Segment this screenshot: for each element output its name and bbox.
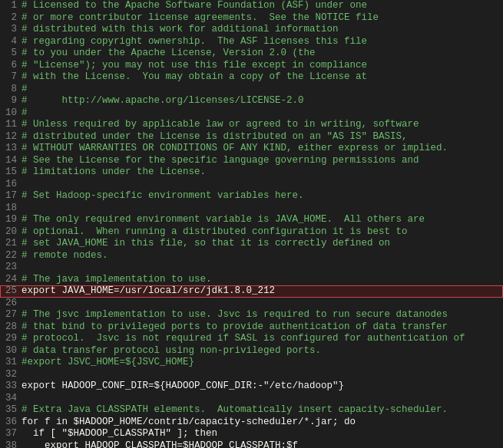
line-4: 4# regarding copyright ownership. The AS… — [0, 36, 503, 48]
line-number: 30 — [0, 345, 22, 357]
line-1: 1# Licensed to the Apache Software Found… — [0, 0, 503, 12]
line-number: 8 — [0, 84, 22, 96]
line-number: 5 — [0, 48, 22, 60]
line-number: 7 — [0, 71, 22, 84]
line-8: 8# — [0, 84, 503, 96]
line-number: 14 — [0, 155, 22, 167]
line-content: # — [22, 107, 503, 120]
line-content: # distributed under the License is distr… — [22, 131, 503, 143]
line-number: 31 — [0, 357, 22, 369]
line-6: 6# "License"); you may not use this file… — [0, 60, 503, 72]
line-number: 18 — [0, 203, 22, 215]
line-number: 12 — [0, 131, 22, 143]
line-number: 24 — [0, 274, 22, 286]
line-36: 36for f in $HADOOP_HOME/contrib/capacity… — [0, 417, 503, 429]
line-24: 24# The java implementation to use. — [0, 274, 503, 286]
line-number: 15 — [0, 166, 22, 179]
line-content: # Extra Java CLASSPATH elements. Automat… — [22, 404, 503, 417]
code-editor: 1# Licensed to the Apache Software Found… — [0, 0, 503, 448]
line-33: 33export HADOOP_CONF_DIR=${HADOOP_CONF_D… — [0, 380, 503, 393]
line-number: 38 — [0, 440, 22, 449]
line-number: 10 — [0, 107, 22, 120]
line-content: # or more contributor license agreements… — [22, 12, 503, 25]
line-27: 27# The jsvc implementation to use. Jsvc… — [0, 309, 503, 321]
line-number: 37 — [0, 428, 22, 440]
line-13: 13# WITHOUT WARRANTIES OR CONDITIONS OF … — [0, 143, 503, 155]
line-number: 16 — [0, 179, 22, 191]
line-29: 29# protocol. Jsvc is not required if SA… — [0, 333, 503, 345]
line-17: 17# Set Hadoop-specific environment vari… — [0, 190, 503, 203]
line-32: 32 — [0, 369, 503, 381]
line-23: 23 — [0, 262, 503, 274]
line-content: # — [22, 84, 503, 96]
line-11: 11# Unless required by applicable law or… — [0, 119, 503, 131]
line-38: 38 export HADOOP_CLASSPATH=$HADOOP_CLASS… — [0, 440, 503, 449]
line-content: # set JAVA_HOME in this file, so that it… — [22, 238, 503, 250]
line-number: 13 — [0, 143, 22, 155]
line-content: # The java implementation to use. — [22, 274, 503, 286]
line-number: 22 — [0, 250, 22, 262]
line-content: # data transfer protocol using non-privi… — [22, 345, 503, 357]
line-content — [22, 298, 503, 310]
line-28: 28# that bind to privileged ports to pro… — [0, 321, 503, 334]
line-number: 2 — [0, 12, 22, 25]
line-9: 9# http://www.apache.org/licenses/LICENS… — [0, 95, 503, 107]
line-10: 10# — [0, 107, 503, 120]
line-2: 2# or more contributor license agreement… — [0, 12, 503, 25]
line-12: 12# distributed under the License is dis… — [0, 131, 503, 143]
line-22: 22# remote nodes. — [0, 250, 503, 262]
line-37: 37 if [ "$HADOOP_CLASSPATH" ]; then — [0, 428, 503, 440]
line-3: 3# distributed with this work for additi… — [0, 24, 503, 36]
line-number: 36 — [0, 417, 22, 429]
line-number: 29 — [0, 333, 22, 345]
line-content — [22, 262, 503, 274]
line-number: 4 — [0, 36, 22, 48]
line-number: 20 — [0, 226, 22, 239]
line-content: # The jsvc implementation to use. Jsvc i… — [22, 309, 503, 321]
line-content: # WITHOUT WARRANTIES OR CONDITIONS OF AN… — [22, 143, 503, 155]
line-number: 33 — [0, 380, 22, 393]
line-content: # with the License. You may obtain a cop… — [22, 71, 503, 84]
line-number: 27 — [0, 309, 22, 321]
line-content: #export JSVC_HOME=${JSVC_HOME} — [22, 357, 503, 369]
line-18: 18 — [0, 203, 503, 215]
line-content: # distributed with this work for additio… — [22, 24, 503, 36]
line-number: 6 — [0, 60, 22, 72]
line-number: 25 — [0, 285, 22, 298]
line-content: if [ "$HADOOP_CLASSPATH" ]; then — [22, 428, 503, 440]
line-number: 34 — [0, 393, 22, 405]
line-content: # that bind to privileged ports to provi… — [22, 321, 503, 334]
line-16: 16 — [0, 179, 503, 191]
line-content: # Set Hadoop-specific environment variab… — [22, 190, 503, 203]
line-number: 21 — [0, 238, 22, 250]
line-number: 1 — [0, 0, 22, 12]
line-content: # "License"); you may not use this file … — [22, 60, 503, 72]
line-content — [22, 369, 503, 381]
line-content: # http://www.apache.org/licenses/LICENSE… — [22, 95, 503, 107]
line-content: # regarding copyright ownership. The ASF… — [22, 36, 503, 48]
line-35: 35# Extra Java CLASSPATH elements. Autom… — [0, 404, 503, 417]
line-number: 32 — [0, 369, 22, 381]
line-number: 23 — [0, 262, 22, 274]
code-content[interactable]: 1# Licensed to the Apache Software Found… — [0, 0, 503, 448]
line-number: 26 — [0, 298, 22, 310]
line-content: # to you under the Apache License, Versi… — [22, 48, 503, 60]
line-26: 26 — [0, 298, 503, 310]
line-30: 30# data transfer protocol using non-pri… — [0, 345, 503, 357]
line-5: 5# to you under the Apache License, Vers… — [0, 48, 503, 60]
line-content: # Licensed to the Apache Software Founda… — [22, 0, 503, 12]
line-content — [22, 393, 503, 405]
line-number: 35 — [0, 404, 22, 417]
line-25: 25export JAVA_HOME=/usr/local/src/jdk1.8… — [0, 285, 503, 298]
line-20: 20# optional. When running a distributed… — [0, 226, 503, 239]
line-content: # remote nodes. — [22, 250, 503, 262]
line-14: 14# See the License for the specific lan… — [0, 155, 503, 167]
line-number: 3 — [0, 24, 22, 36]
line-number: 17 — [0, 190, 22, 203]
line-34: 34 — [0, 393, 503, 405]
line-number: 9 — [0, 95, 22, 107]
line-number: 28 — [0, 321, 22, 334]
line-15: 15# limitations under the License. — [0, 166, 503, 179]
line-number: 19 — [0, 214, 22, 226]
line-content: # Unless required by applicable law or a… — [22, 119, 503, 131]
